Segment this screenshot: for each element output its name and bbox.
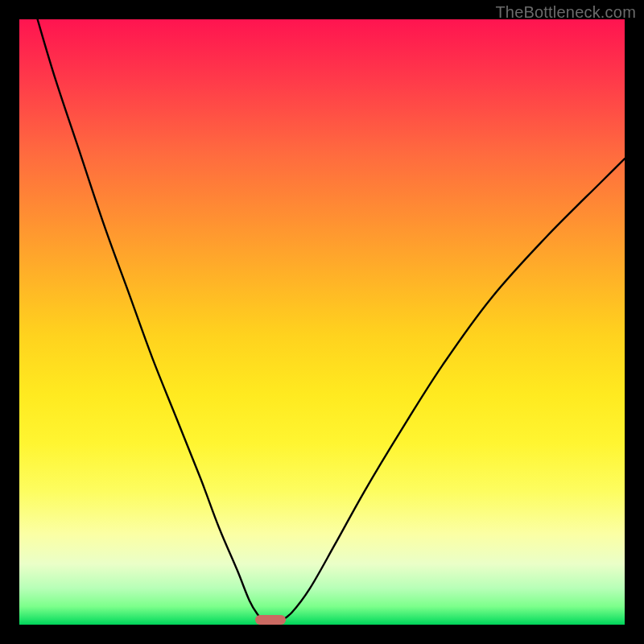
min-marker [255, 615, 286, 625]
right-curve [279, 159, 625, 621]
curves-svg [19, 19, 625, 625]
plot-area [19, 19, 625, 625]
left-curve [38, 19, 265, 621]
